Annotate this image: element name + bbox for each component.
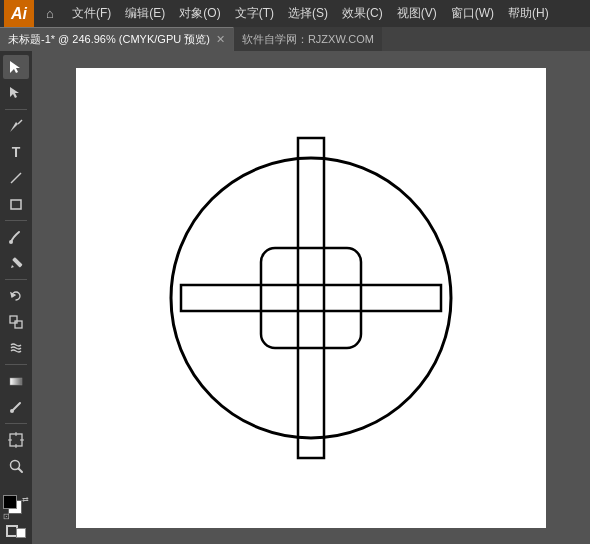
menu-select[interactable]: 选择(S) [282,0,334,27]
color-swatch-container[interactable]: ⇄ ⊡ [3,495,29,521]
tab-close-button[interactable]: ✕ [216,33,225,46]
tab-active-label: 未标题-1* @ 246.96% (CMYK/GPU 预览) [8,32,210,47]
tool-line[interactable] [3,166,29,190]
tool-separator-2 [5,220,27,221]
menu-edit[interactable]: 编辑(E) [119,0,171,27]
tool-pencil[interactable] [3,251,29,275]
drawing-container [141,128,481,468]
tab-inactive[interactable]: 软件自学网：RJZXW.COM [233,27,382,51]
main-area: T [0,51,590,544]
app-logo: Ai [4,0,34,27]
svg-line-20 [19,469,23,473]
swap-colors-icon[interactable]: ⇄ [22,495,29,504]
menubar-items: 文件(F) 编辑(E) 对象(O) 文字(T) 选择(S) 效果(C) 视图(V… [66,0,586,27]
menubar: Ai ⌂ 文件(F) 编辑(E) 对象(O) 文字(T) 选择(S) 效果(C)… [0,0,590,27]
svg-rect-23 [181,285,441,311]
tool-pen[interactable] [3,114,29,138]
svg-rect-6 [12,257,23,268]
menu-window[interactable]: 窗口(W) [445,0,500,27]
svg-point-13 [10,409,14,413]
canvas-bg [76,68,546,528]
fill-indicator [16,528,26,538]
tool-artboard[interactable] [3,428,29,452]
menu-view[interactable]: 视图(V) [391,0,443,27]
svg-point-5 [9,240,13,244]
svg-line-2 [18,120,22,124]
tab-active[interactable]: 未标题-1* @ 246.96% (CMYK/GPU 预览) ✕ [0,27,233,51]
tool-separator-3 [5,279,27,280]
canvas-svg [141,128,481,468]
tool-zoom[interactable] [3,454,29,478]
tabbar: 未标题-1* @ 246.96% (CMYK/GPU 预览) ✕ 软件自学网：R… [0,27,590,51]
tool-direct-select[interactable] [3,81,29,105]
tool-separator-5 [5,423,27,424]
color-swatches: ⇄ ⊡ [3,495,29,538]
reset-colors-icon[interactable]: ⊡ [3,512,10,521]
tool-warp[interactable] [3,336,29,360]
menu-effects[interactable]: 效果(C) [336,0,389,27]
menu-text[interactable]: 文字(T) [229,0,280,27]
menu-file[interactable]: 文件(F) [66,0,117,27]
svg-rect-4 [11,200,21,209]
tool-type[interactable]: T [3,140,29,164]
tool-scale[interactable] [3,310,29,334]
svg-marker-7 [11,265,14,268]
tab-inactive-label: 软件自学网：RJZXW.COM [242,32,374,47]
tool-eyedropper[interactable] [3,395,29,419]
home-button[interactable]: ⌂ [38,0,62,27]
svg-rect-10 [15,321,22,328]
menu-object[interactable]: 对象(O) [173,0,226,27]
menu-help[interactable]: 帮助(H) [502,0,555,27]
svg-rect-9 [10,316,17,323]
svg-marker-0 [10,61,20,73]
svg-rect-22 [298,138,324,458]
canvas-area[interactable] [32,51,590,544]
tool-brush[interactable] [3,225,29,249]
tool-shape[interactable] [3,192,29,216]
tool-separator-1 [5,109,27,110]
svg-line-12 [13,403,20,410]
fill-color-fg [3,495,17,509]
svg-marker-8 [11,293,15,297]
tool-select[interactable] [3,55,29,79]
svg-point-21 [171,158,451,438]
svg-rect-24 [261,248,361,348]
toolbar: T [0,51,32,544]
svg-rect-11 [10,378,22,385]
tool-rotate[interactable] [3,284,29,308]
tool-separator-4 [5,364,27,365]
tool-gradient[interactable] [3,369,29,393]
svg-line-3 [11,173,21,183]
svg-marker-1 [10,87,19,98]
stroke-fill-toggle[interactable] [6,524,26,538]
